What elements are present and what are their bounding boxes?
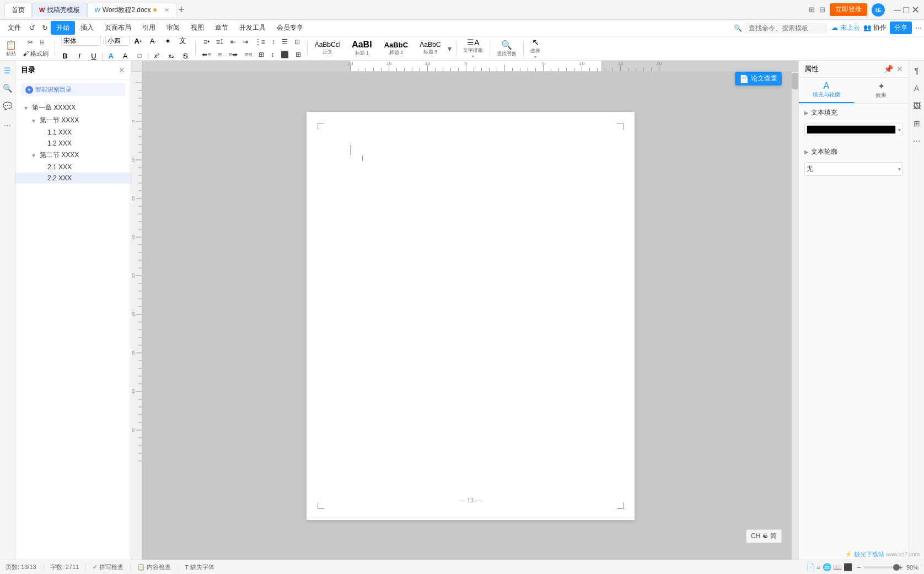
redo-btn[interactable]: ↻ bbox=[39, 23, 51, 33]
right-strip-icon4[interactable]: ⊞ bbox=[911, 118, 922, 129]
text-fill-title[interactable]: ▶ 文本填充 bbox=[804, 108, 903, 117]
decrease-indent-btn[interactable]: ⇤ bbox=[228, 36, 239, 47]
find-replace-btn[interactable]: 🔍 查找替换 bbox=[495, 39, 519, 58]
align-left-btn[interactable]: ⬅≡ bbox=[199, 49, 214, 60]
tab-wps[interactable]: W 找稿壳模板 bbox=[32, 3, 87, 17]
menu-review[interactable]: 审阅 bbox=[161, 21, 185, 35]
close-btn[interactable]: ✕ bbox=[911, 5, 920, 15]
line-spacing-btn[interactable]: ↕ bbox=[268, 49, 277, 60]
sec2-expand-icon[interactable]: ▾ bbox=[32, 152, 40, 159]
italic-btn[interactable]: I bbox=[73, 49, 86, 61]
zoom-slider-thumb[interactable] bbox=[893, 564, 900, 571]
font-shrink-btn[interactable]: A- bbox=[146, 36, 159, 47]
sidebar-nav-icon[interactable]: ☰ bbox=[2, 65, 13, 76]
view-reader-btn[interactable]: 📖 bbox=[833, 563, 842, 571]
text-outline-picker[interactable]: 无 ▾ bbox=[804, 162, 903, 176]
rp-tab-effect[interactable]: ✦ 效果 bbox=[854, 78, 909, 103]
border-btn[interactable]: □ bbox=[133, 49, 146, 61]
toc-close-btn[interactable]: ✕ bbox=[119, 66, 125, 74]
view-web-btn[interactable]: 🌐 bbox=[823, 563, 831, 571]
undo-btn[interactable]: ↺ bbox=[26, 23, 38, 33]
tab-close-btn[interactable]: ✕ bbox=[164, 7, 169, 14]
zoom-slider[interactable] bbox=[863, 566, 896, 568]
styles-more-btn[interactable]: ▾ bbox=[448, 44, 452, 53]
search-input[interactable] bbox=[744, 23, 827, 34]
superscript-btn[interactable]: x² bbox=[150, 49, 163, 61]
font-grow-btn[interactable]: A+ bbox=[131, 36, 144, 47]
scrollbar-vertical[interactable] bbox=[792, 72, 798, 560]
sidebar-comments-icon[interactable]: 💬 bbox=[2, 100, 13, 111]
user-avatar[interactable]: tE bbox=[872, 3, 885, 17]
align-right-btn[interactable]: ≡➡ bbox=[225, 49, 240, 60]
more-btn[interactable]: ⋯ bbox=[915, 24, 922, 32]
status-font[interactable]: T 缺失字体 bbox=[185, 563, 214, 571]
select-btn[interactable]: ↖ 选择 ▾ bbox=[528, 36, 542, 61]
color-btn[interactable]: A bbox=[104, 49, 117, 61]
menu-dev[interactable]: 开发工具 bbox=[234, 21, 271, 35]
status-spell[interactable]: ✓ 拼写检查 bbox=[93, 563, 123, 571]
rp-close-icon[interactable]: ✕ bbox=[896, 65, 903, 73]
smart-toc-btn[interactable]: ✦ 智能识别目录 bbox=[21, 83, 125, 96]
sidebar-search-icon[interactable]: 🔍 bbox=[2, 83, 13, 94]
rp-tab-fill[interactable]: A 填充与轮廓 bbox=[799, 78, 854, 103]
style-h3[interactable]: AaBbC 标题 3 bbox=[413, 40, 447, 57]
toc-item-sec1-2[interactable]: 1.2 XXX bbox=[15, 138, 131, 149]
plagiarism-btn[interactable]: 📄 论文查重 bbox=[735, 72, 782, 85]
toc-item-sec2-1[interactable]: 2.1 XXX bbox=[15, 162, 131, 173]
shading-btn[interactable]: ⬛ bbox=[278, 49, 292, 60]
highlight-btn[interactable]: A bbox=[119, 49, 132, 61]
share-btn[interactable]: 分享 bbox=[890, 22, 912, 34]
toc-item-sec2-2[interactable]: 2.2 XXX bbox=[15, 173, 131, 184]
align-distribute-btn[interactable]: ⊞ bbox=[256, 49, 267, 60]
toc-item-sec1[interactable]: ▾ 第一节 XXXX bbox=[15, 114, 131, 127]
underline-btn[interactable]: U bbox=[87, 49, 100, 61]
outline-dropdown-arrow[interactable]: ▾ bbox=[898, 166, 901, 172]
para-other2-btn[interactable]: ↕ bbox=[269, 36, 278, 47]
fill-dropdown-arrow[interactable]: ▾ bbox=[898, 127, 901, 133]
right-strip-icon1[interactable]: ¶ bbox=[911, 65, 922, 76]
sec1-expand-icon[interactable]: ▾ bbox=[32, 117, 40, 125]
format-paint-btn[interactable]: 🖌 格式刷 bbox=[20, 48, 51, 60]
view-page-btn[interactable]: 📄 bbox=[806, 563, 815, 571]
add-tab-btn[interactable]: + bbox=[179, 4, 185, 15]
status-page[interactable]: 页数: 13/13 bbox=[6, 563, 36, 571]
text-fill-color-picker[interactable]: ▾ bbox=[804, 123, 903, 136]
grid-view-btn[interactable]: ⊟ bbox=[819, 6, 825, 14]
menu-reference[interactable]: 引用 bbox=[137, 21, 161, 35]
view-focus-btn[interactable]: ⬛ bbox=[844, 563, 852, 571]
collab-btn[interactable]: 👥 协作 bbox=[863, 23, 887, 33]
cloud-btn[interactable]: ☁ 未上云 bbox=[831, 23, 859, 33]
sidebar-more-icon[interactable]: … bbox=[2, 118, 13, 129]
zoom-out-btn[interactable]: − bbox=[857, 563, 861, 572]
style-normal[interactable]: AaBbCcI 正文 bbox=[311, 40, 344, 57]
right-strip-icon3[interactable]: 🖼 bbox=[911, 100, 922, 111]
menu-start[interactable]: 开始 bbox=[51, 21, 75, 35]
para-border-btn[interactable]: ⊡ bbox=[292, 36, 303, 47]
toc-item-ch1[interactable]: ▾ 第一章 XXXXX bbox=[15, 101, 131, 114]
maximize-btn[interactable]: □ bbox=[903, 5, 909, 15]
tab-doc[interactable]: W Word教程2.docx ✕ bbox=[87, 3, 176, 17]
align-justify-btn[interactable]: ≡≡ bbox=[241, 49, 255, 60]
rp-pin-icon[interactable]: 📌 bbox=[884, 65, 893, 73]
word-layout-btn[interactable]: ☰A 文字排版 ▾ bbox=[461, 37, 485, 60]
font-family-input[interactable] bbox=[61, 36, 101, 46]
table-btn[interactable]: ⊞ bbox=[293, 49, 304, 60]
increase-indent-btn[interactable]: ⇥ bbox=[240, 36, 251, 47]
menu-file[interactable]: 文件 bbox=[2, 21, 26, 35]
bold-btn[interactable]: B bbox=[58, 49, 72, 61]
menu-layout[interactable]: 页面布局 bbox=[99, 21, 137, 35]
status-words[interactable]: 字数: 2711 bbox=[50, 563, 79, 571]
right-strip-icon2[interactable]: A bbox=[911, 83, 922, 94]
menu-insert[interactable]: 插入 bbox=[75, 21, 99, 35]
strikethrough-btn[interactable]: S bbox=[179, 49, 192, 61]
font-style-btn[interactable]: 文 bbox=[176, 36, 189, 47]
para-other3-btn[interactable]: ☰ bbox=[279, 36, 291, 47]
menu-section[interactable]: 章节 bbox=[209, 21, 234, 35]
right-strip-icon5[interactable]: ⋯ bbox=[911, 136, 922, 147]
view-outline-btn[interactable]: ≡ bbox=[816, 563, 821, 571]
document-content[interactable]: I bbox=[351, 145, 601, 476]
toc-item-sec1-1[interactable]: 1.1 XXX bbox=[15, 127, 131, 138]
bullets-btn[interactable]: ≡• bbox=[201, 36, 212, 47]
font-clear-btn[interactable]: ✦ bbox=[161, 36, 174, 47]
style-h2[interactable]: AaBbC 标题 2 bbox=[379, 40, 412, 57]
